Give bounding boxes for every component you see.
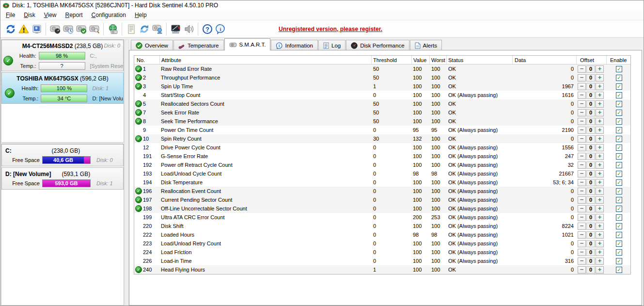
enable-checkbox[interactable]: ✓	[616, 197, 622, 203]
table-row[interactable]: ✓ 10 Spin Retry Count 30 132 100 OK 0 − …	[134, 134, 630, 143]
offset-increase-button[interactable]: +	[596, 170, 604, 177]
header-value[interactable]: Value	[412, 56, 430, 64]
table-row[interactable]: ✓ 197 Current Pending Sector Count 0 100…	[134, 195, 630, 204]
help-button[interactable]: ?	[201, 22, 214, 35]
offset-increase-button[interactable]: +	[596, 92, 604, 99]
offset-increase-button[interactable]: +	[596, 214, 604, 221]
table-row[interactable]: ✓ 198 Off-Line Uncorrectable Sector Coun…	[134, 204, 630, 213]
enable-checkbox[interactable]: ✓	[616, 223, 622, 229]
offset-decrease-button[interactable]: −	[578, 118, 586, 125]
offset-decrease-button[interactable]: −	[578, 135, 586, 143]
enable-checkbox[interactable]: ✓	[616, 145, 622, 151]
enable-checkbox[interactable]: ✓	[616, 267, 622, 273]
table-row[interactable]: ✓ 199 Ultra ATA CRC Error Count 0 200 25…	[134, 213, 630, 222]
table-row[interactable]: ✓ 226 Load-in Time 0 100 100 OK (Always …	[134, 257, 630, 265]
offset-decrease-button[interactable]: −	[578, 179, 586, 186]
offset-decrease-button[interactable]: −	[578, 92, 586, 99]
offset-increase-button[interactable]: +	[596, 144, 604, 151]
menu-configuration[interactable]: Configuration	[87, 11, 130, 19]
offset-decrease-button[interactable]: −	[578, 109, 586, 116]
offset-increase-button[interactable]: +	[596, 179, 604, 186]
enable-checkbox[interactable]: ✓	[616, 232, 622, 238]
header-status[interactable]: Status	[447, 56, 513, 64]
enable-checkbox[interactable]: ✓	[616, 249, 622, 256]
offset-decrease-button[interactable]: −	[578, 231, 586, 239]
offset-increase-button[interactable]: +	[596, 249, 604, 256]
sound-button[interactable]	[182, 22, 195, 35]
offset-increase-button[interactable]: +	[596, 109, 604, 116]
tab-smart[interactable]: S.M.A.R.T.	[224, 38, 271, 50]
offset-decrease-button[interactable]: −	[578, 240, 586, 247]
table-row[interactable]: ✓ 5 Reallocated Sectors Count 50 100 100…	[134, 99, 630, 108]
enable-checkbox[interactable]: ✓	[616, 110, 622, 116]
offset-decrease-button[interactable]: −	[578, 223, 586, 230]
unregistered-notice-link[interactable]: Unregistered version, please register.	[279, 26, 382, 32]
remote-monitoring-button[interactable]	[151, 22, 164, 35]
tab-temperature[interactable]: Temperature	[173, 40, 224, 50]
table-row[interactable]: ✓ 194 Disk Temperature 0 100 100 OK (Alw…	[134, 178, 630, 187]
disk-panel-0[interactable]: M4-CT256M4SSD2 (238,5 GB) Disk: 0 ✓ Heal…	[1, 40, 124, 71]
report-button[interactable]	[125, 22, 138, 35]
header-no[interactable]: No.	[134, 56, 160, 64]
table-row[interactable]: ✓ 1 Raw Read Error Rate 50 100 100 OK 0 …	[134, 64, 630, 73]
enable-checkbox[interactable]: ✓	[616, 118, 622, 125]
header-enable[interactable]: Enable	[607, 56, 631, 64]
offset-increase-button[interactable]: +	[596, 266, 604, 274]
sidebar-scrollbar[interactable]	[125, 39, 129, 306]
synchronize-button[interactable]	[138, 22, 151, 35]
tab-disk-performance[interactable]: Disk Performance	[346, 40, 409, 50]
offset-increase-button[interactable]: +	[596, 135, 604, 143]
disk-surface-test-button[interactable]	[48, 22, 62, 35]
enable-checkbox[interactable]: ✓	[616, 258, 622, 264]
offset-decrease-button[interactable]: −	[578, 214, 586, 221]
offset-increase-button[interactable]: +	[596, 127, 604, 134]
enable-checkbox[interactable]: ✓	[616, 206, 622, 212]
table-row[interactable]: ✓ 7 Seek Error Rate 50 100 100 OK 0 − 0 …	[134, 108, 630, 117]
enable-checkbox[interactable]: ✓	[616, 214, 622, 221]
offset-decrease-button[interactable]: −	[578, 258, 586, 265]
offset-increase-button[interactable]: +	[596, 205, 604, 212]
www-status-button[interactable]	[106, 22, 119, 35]
enable-checkbox[interactable]: ✓	[616, 153, 622, 160]
tab-alerts[interactable]: Alerts	[410, 40, 442, 50]
enable-checkbox[interactable]: ✓	[616, 179, 622, 186]
screenshot-button[interactable]	[30, 22, 43, 35]
tab-information[interactable]: i Information	[271, 40, 318, 50]
disk-panel-1[interactable]: TOSHIBA MK6475GSX (596,2 GB) ✓ Health: 1…	[1, 72, 124, 104]
offset-increase-button[interactable]: +	[596, 83, 604, 90]
offset-decrease-button[interactable]: −	[578, 153, 586, 160]
partition-panel-d[interactable]: D: [New Volume] (593,1 GB) Free Space 59…	[1, 167, 124, 190]
offset-increase-button[interactable]: +	[596, 258, 604, 265]
partition-panel-c[interactable]: C: (238,0 GB) Free Space 40,6 GB Disk: 0	[1, 144, 124, 166]
offset-decrease-button[interactable]: −	[578, 196, 586, 204]
tab-overview[interactable]: Overview	[131, 40, 173, 50]
offset-increase-button[interactable]: +	[596, 240, 604, 247]
status-button[interactable]	[17, 22, 30, 35]
offset-decrease-button[interactable]: −	[578, 127, 586, 134]
offset-decrease-button[interactable]: −	[578, 83, 586, 90]
offset-decrease-button[interactable]: −	[578, 266, 586, 274]
offset-increase-button[interactable]: +	[596, 223, 604, 230]
offset-increase-button[interactable]: +	[596, 118, 604, 125]
enable-checkbox[interactable]: ✓	[616, 92, 622, 98]
offset-decrease-button[interactable]: −	[578, 100, 586, 108]
enable-checkbox[interactable]: ✓	[616, 188, 622, 194]
table-row[interactable]: ✓ 8 Seek Time Performance 50 100 100 OK …	[134, 117, 630, 126]
offset-decrease-button[interactable]: −	[578, 74, 586, 81]
offset-decrease-button[interactable]: −	[578, 161, 586, 169]
header-threshold[interactable]: Threshold	[372, 56, 412, 64]
enable-checkbox[interactable]: ✓	[616, 127, 622, 133]
table-row[interactable]: ✓ 240 Head Flying Hours 1 100 100 OK 0 −…	[134, 265, 630, 274]
offset-decrease-button[interactable]: −	[578, 188, 586, 195]
enable-checkbox[interactable]: ✓	[616, 171, 622, 177]
table-row[interactable]: ✓ 196 Reallocation Event Count 0 100 100…	[134, 187, 630, 195]
offset-decrease-button[interactable]: −	[578, 65, 586, 73]
header-data[interactable]: Data	[513, 56, 577, 64]
menu-disk[interactable]: Disk	[19, 11, 39, 19]
offset-increase-button[interactable]: +	[596, 153, 604, 160]
enable-checkbox[interactable]: ✓	[616, 136, 622, 142]
offset-increase-button[interactable]: +	[596, 161, 604, 169]
enable-checkbox[interactable]: ✓	[616, 101, 622, 107]
table-row[interactable]: ✓ 2 Throughput Performance 50 100 100 OK…	[134, 73, 630, 82]
enable-checkbox[interactable]: ✓	[616, 241, 622, 247]
